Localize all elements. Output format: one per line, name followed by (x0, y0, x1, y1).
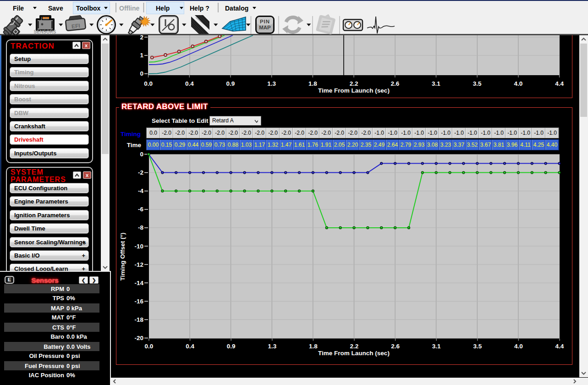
svg-text:MAP: MAP (259, 25, 271, 30)
svg-text:EFI: EFI (71, 22, 80, 30)
svg-text:PIN: PIN (260, 19, 270, 24)
svg-text:SENSORS: SENSORS (34, 29, 56, 34)
